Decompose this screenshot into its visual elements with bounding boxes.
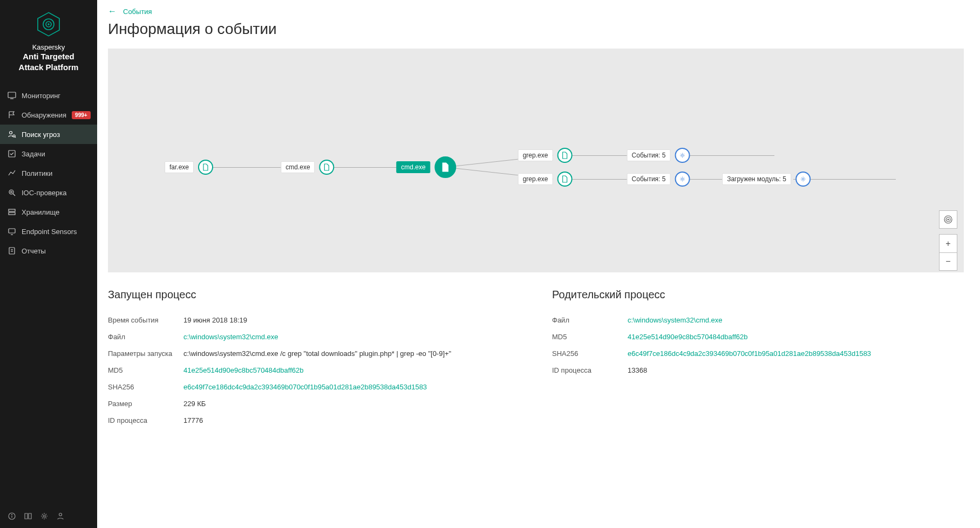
page-title: Информация о событии	[108, 20, 964, 38]
brand-name: Kaspersky	[5, 43, 92, 51]
svg-point-28	[682, 178, 683, 180]
svg-point-7	[13, 135, 15, 137]
svg-point-27	[682, 154, 683, 156]
svg-rect-14	[9, 212, 15, 215]
svg-line-8	[15, 137, 16, 138]
node-label: cmd.exe	[396, 161, 430, 173]
field-label: Файл	[552, 316, 628, 324]
gear-icon	[675, 148, 690, 163]
monitor-icon	[8, 91, 16, 100]
graph-node-grep2[interactable]: grep.exe	[518, 172, 573, 187]
svg-point-6	[10, 132, 12, 134]
field-label: ID процесса	[552, 366, 628, 374]
graph-node-grep1[interactable]: grep.exe	[518, 148, 573, 163]
ioc-icon	[8, 188, 16, 197]
nav-monitoring[interactable]: Мониторинг	[0, 86, 97, 105]
product-name-2: Attack Platform	[5, 62, 92, 73]
nav-label: Обнаружения	[22, 111, 66, 119]
graph-edge	[677, 155, 774, 156]
svg-point-32	[948, 219, 949, 220]
field-value-link[interactable]: 41e25e514d90e9c8bc570484dbaff62b	[628, 333, 747, 341]
nav-label: Задачи	[22, 150, 45, 158]
field-label: MD5	[552, 333, 628, 341]
file-icon	[435, 156, 457, 178]
back-arrow-icon[interactable]: ←	[108, 6, 117, 16]
node-label: grep.exe	[518, 149, 553, 161]
nav-label: Отчеты	[22, 247, 46, 255]
nav-detections[interactable]: Обнаружения 999+	[0, 105, 97, 125]
file-icon	[198, 160, 213, 175]
field-value: 13368	[628, 366, 647, 374]
graph-node-cmd1[interactable]: cmd.exe	[281, 160, 334, 175]
nav-reports[interactable]: Отчеты	[0, 241, 97, 260]
center-view-button[interactable]	[939, 210, 957, 229]
gear-icon	[795, 172, 811, 187]
svg-point-22	[12, 515, 12, 515]
field-value-link[interactable]: 41e25e514d90e9c8bc570484dbaff62b	[183, 366, 303, 374]
field-label: Время события	[108, 316, 183, 324]
svg-rect-9	[9, 150, 15, 157]
graph-edge	[203, 167, 288, 168]
field-value-link[interactable]: c:\windows\system32\cmd.exe	[183, 333, 278, 341]
gear-icon[interactable]	[40, 512, 49, 520]
svg-rect-17	[9, 248, 15, 254]
file-icon	[319, 160, 335, 175]
graph-node-events1[interactable]: События: 5	[627, 148, 690, 163]
product-name-1: Anti Targeted	[5, 51, 92, 62]
graph-node-far[interactable]: far.exe	[165, 160, 213, 175]
sidebar-footer	[0, 504, 97, 528]
field-label: Файл	[108, 333, 183, 341]
brand-logo-icon	[35, 11, 62, 38]
section-title: Родительский процесс	[552, 289, 964, 301]
zoom-in-button[interactable]: +	[939, 234, 957, 252]
svg-point-12	[11, 191, 12, 193]
main-content: ← События Информация о событии far.exe c…	[97, 0, 980, 528]
svg-point-23	[43, 515, 45, 517]
gear-icon	[675, 172, 690, 187]
field-label: Размер	[108, 400, 183, 408]
book-icon[interactable]	[24, 512, 32, 520]
zoom-out-button[interactable]: −	[939, 252, 957, 271]
graph-node-loaded[interactable]: Загружен модуль: 5	[722, 172, 811, 187]
svg-point-3	[47, 23, 49, 25]
storage-icon	[8, 208, 16, 216]
graph-controls: + −	[939, 210, 957, 271]
nav-label: Endpoint Sensors	[22, 228, 77, 236]
svg-rect-15	[9, 229, 15, 233]
field-value-link[interactable]: c:\windows\system32\cmd.exe	[628, 316, 723, 324]
field-label: ID процесса	[108, 416, 183, 424]
nav-ioc[interactable]: IOC-проверка	[0, 183, 97, 202]
svg-line-11	[13, 194, 15, 196]
svg-point-24	[59, 513, 62, 516]
node-label: Загружен модуль: 5	[722, 173, 791, 185]
nav-endpoint[interactable]: Endpoint Sensors	[0, 222, 97, 241]
svg-rect-13	[9, 209, 15, 211]
launched-process-column: Запущен процесс Время события19 июня 201…	[108, 289, 520, 433]
graph-node-events2[interactable]: События: 5	[627, 172, 690, 187]
nav-label: IOC-проверка	[22, 189, 66, 197]
field-value: c:\windows\system32\cmd.exe /c grep "tot…	[183, 349, 451, 358]
nav-label: Мониторинг	[22, 92, 60, 100]
nav-label: Политики	[22, 169, 52, 177]
node-label: cmd.exe	[281, 161, 315, 173]
check-icon	[8, 149, 16, 158]
info-icon[interactable]	[8, 512, 16, 520]
process-graph[interactable]: far.exe cmd.exe cmd.exe grep.exe grep.ex…	[108, 49, 964, 272]
graph-node-cmd2-active[interactable]: cmd.exe	[396, 156, 456, 178]
nav-threat-search[interactable]: Поиск угроз	[0, 125, 97, 144]
nav-label: Хранилище	[22, 208, 59, 216]
file-icon	[557, 148, 572, 163]
section-title: Запущен процесс	[108, 289, 520, 301]
field-label: SHA256	[552, 349, 628, 358]
nav-policies[interactable]: Политики	[0, 163, 97, 183]
breadcrumb-link[interactable]: События	[123, 8, 152, 16]
node-label: События: 5	[627, 149, 671, 161]
nav-tasks[interactable]: Задачи	[0, 144, 97, 163]
nav-storage[interactable]: Хранилище	[0, 202, 97, 222]
node-label: far.exe	[165, 161, 194, 173]
svg-point-29	[802, 178, 804, 180]
field-value: 229 КБ	[183, 400, 206, 408]
field-value-link[interactable]: e6c49f7ce186dc4c9da2c393469b070c0f1b95a0…	[628, 349, 871, 358]
user-icon[interactable]	[56, 512, 65, 520]
field-value-link[interactable]: e6c49f7ce186dc4c9da2c393469b070c0f1b95a0…	[183, 383, 427, 391]
